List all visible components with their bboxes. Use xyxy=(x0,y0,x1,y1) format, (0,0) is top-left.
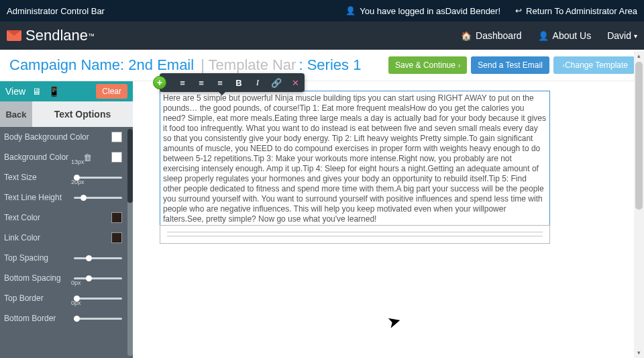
top-spacing-slider[interactable] xyxy=(74,257,122,259)
main-nav: Sendlane™ 🏠 Dashboard 👤 About Us David ▾ xyxy=(0,21,644,50)
back-button[interactable]: Back xyxy=(0,101,32,127)
opt-body-bg-color[interactable]: Body Background Color xyxy=(0,127,133,147)
bold-button[interactable]: B xyxy=(233,78,244,88)
bottom-border-slider[interactable] xyxy=(74,318,122,320)
admin-title: Administrator Control Bar xyxy=(7,6,105,16)
align-right-button[interactable]: ≡ xyxy=(215,78,225,88)
nav-about[interactable]: 👤 About Us xyxy=(538,30,592,41)
opt-bottom-border[interactable]: Bottom Border 0px xyxy=(0,308,133,328)
body-bg-swatch[interactable] xyxy=(111,132,122,142)
nav-dashboard[interactable]: 🏠 Dashboard xyxy=(461,30,522,41)
align-center-button[interactable]: ≡ xyxy=(196,78,207,88)
text-color-swatch[interactable] xyxy=(111,212,122,223)
text-options-heading: Text Options xyxy=(32,109,133,120)
opt-bottom-spacing[interactable]: Bottom Spacing xyxy=(0,268,133,288)
send-test-email-button[interactable]: Send a Test Email xyxy=(471,56,549,74)
admin-control-bar: Administrator Control Bar 👤 You have log… xyxy=(0,0,644,21)
opt-text-color[interactable]: Text Color xyxy=(0,208,133,228)
save-continue-button[interactable]: Save & Continue› xyxy=(388,56,467,74)
add-block-button[interactable]: + xyxy=(153,76,166,89)
editor-text-block[interactable]: Here are 5 simple but powerful Ninja mus… xyxy=(160,91,550,227)
view-row: View 🖥 📱 Clear xyxy=(0,81,133,101)
change-template-button[interactable]: ‹Change Template xyxy=(553,56,635,74)
series-name: : Series 1 xyxy=(299,56,361,74)
link-color-swatch[interactable] xyxy=(111,232,122,243)
sidebar-scroll-thumb[interactable] xyxy=(127,129,133,203)
scroll-down-icon[interactable]: ▾ xyxy=(634,348,644,358)
sidebar: View 🖥 📱 Clear Back Text Options Body Ba… xyxy=(0,81,133,358)
return-admin-link[interactable]: ↩ Return To Administrator Area xyxy=(515,6,637,16)
person-icon: 👤 xyxy=(538,31,549,41)
return-icon: ↩ xyxy=(515,6,522,15)
opt-text-size[interactable]: Text Size 13px xyxy=(0,167,133,187)
editor-area: + ≡ ≡ ≡ B I 🔗 ✕ Here are 5 simple but po… xyxy=(133,81,644,358)
unlink-button[interactable]: ✕ xyxy=(290,78,301,88)
align-left-button[interactable]: ≡ xyxy=(177,78,188,88)
scroll-up-icon[interactable]: ▴ xyxy=(634,51,644,61)
bg-swatch[interactable] xyxy=(111,152,122,163)
italic-button[interactable]: I xyxy=(252,77,263,88)
template-name-label: | Template Nar xyxy=(201,56,296,74)
opt-link-color[interactable]: Link Color xyxy=(0,228,133,248)
brand[interactable]: Sendlane™ xyxy=(7,27,95,44)
home-icon: 🏠 xyxy=(461,31,472,41)
floating-toolbar[interactable]: + ≡ ≡ ≡ B I 🔗 ✕ xyxy=(160,73,305,92)
chevron-down-icon: ▾ xyxy=(634,32,637,40)
brand-icon xyxy=(7,30,21,41)
campaign-name: Campaign Name: 2nd Email xyxy=(9,56,194,74)
clear-button[interactable]: Clear xyxy=(96,84,127,99)
opt-bg-color[interactable]: Background Color 🗑 xyxy=(0,147,133,167)
page-scrollbar[interactable]: ▴ ▾ xyxy=(634,51,644,358)
opt-top-spacing[interactable]: Top Spacing xyxy=(0,248,133,268)
opt-top-border[interactable]: Top Border 0px xyxy=(0,288,133,308)
campaign-bar: Campaign Name: 2nd Email | Template Nar … xyxy=(0,50,644,81)
user-icon: 👤 xyxy=(345,6,356,15)
editor-divider-block[interactable] xyxy=(160,225,550,244)
mobile-icon[interactable]: 📱 xyxy=(48,86,60,97)
options-panel: Body Background Color Background Color 🗑… xyxy=(0,127,133,358)
view-label: View xyxy=(5,86,25,97)
link-button[interactable]: 🔗 xyxy=(271,78,282,88)
nav-user-menu[interactable]: David ▾ xyxy=(607,30,637,41)
opt-line-height[interactable]: Text Line Height 20px xyxy=(0,187,133,208)
scroll-thumb[interactable] xyxy=(635,62,643,210)
logged-in-status: 👤 You have logged in as David Bender! xyxy=(345,6,500,16)
desktop-icon[interactable]: 🖥 xyxy=(32,86,42,97)
line-height-slider[interactable] xyxy=(74,197,122,199)
